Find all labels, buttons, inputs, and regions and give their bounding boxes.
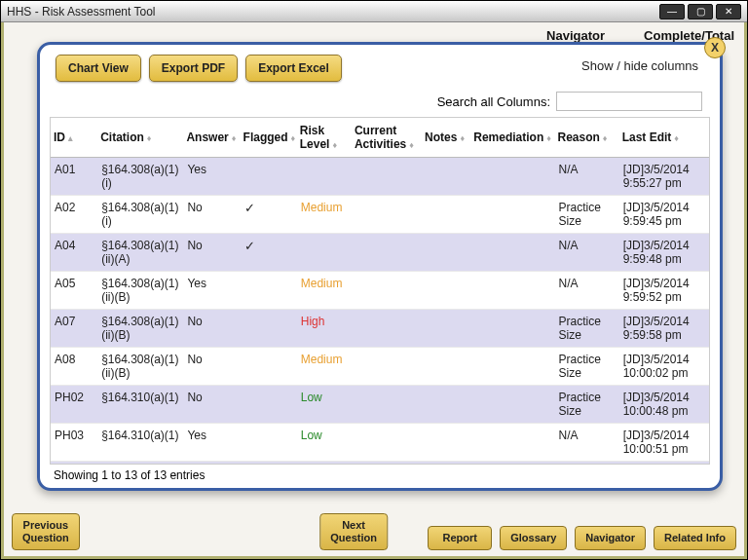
maximize-button[interactable]: ▢ [688, 4, 713, 19]
col-risk[interactable]: Risk Level♦ [297, 118, 352, 158]
cell-id: PH02 [51, 386, 97, 424]
cell-risk: Medium [297, 272, 352, 310]
cell-citation: §164.310(a) [97, 462, 183, 466]
cell-answer: Yes [183, 158, 240, 196]
related-info-button[interactable]: Related Info [654, 526, 736, 550]
cell-citation: §164.308(a)(1)(ii)(B) [97, 348, 183, 386]
col-id[interactable]: ID▴ [51, 118, 97, 158]
cell-reason: N/A [554, 424, 618, 462]
cell-remediation [470, 234, 554, 272]
cell-id: A07 [51, 310, 97, 348]
cell-last: [JD]3/5/2014 9:55:27 pm [619, 158, 709, 196]
cell-id: PH03 [51, 424, 97, 462]
cell-risk: Medium [297, 462, 352, 466]
bottom-bar: PreviousQuestion NextQuestion Report Glo… [12, 504, 736, 550]
table-row[interactable]: A08§164.308(a)(1)(ii)(B)NoMediumPractice… [51, 348, 709, 386]
export-excel-button[interactable]: Export Excel [245, 55, 342, 82]
cell-citation: §164.308(a)(1)(ii)(B) [97, 310, 183, 348]
table-row[interactable]: PH02§164.310(a)(1)NoLowPractice Size[JD]… [51, 386, 709, 424]
cell-flagged [241, 310, 297, 348]
col-last[interactable]: Last Edit♦ [619, 118, 709, 158]
table-row[interactable]: A02§164.308(a)(1)(i)NoMediumPractice Siz… [51, 196, 709, 234]
navigator-button[interactable]: Navigator [575, 526, 646, 550]
cell-flagged [241, 234, 297, 272]
table-row[interactable]: A01§164.308(a)(1)(i)YesN/A[JD]3/5/2014 9… [51, 158, 709, 196]
cell-last: [JD]3/5/2014 9:59:58 pm [619, 310, 709, 348]
search-row: Search all Columns: [50, 88, 710, 117]
col-remediation[interactable]: Remediation♦ [470, 118, 554, 158]
modal-close-button[interactable]: X [704, 37, 726, 58]
cell-activities [352, 196, 422, 234]
cell-flagged [241, 196, 297, 234]
cell-activities [352, 272, 422, 310]
next-question-button[interactable]: NextQuestion [319, 513, 388, 550]
titlebar: HHS - Risk Assessment Tool — ▢ ✕ [1, 1, 747, 22]
cell-notes [422, 272, 470, 310]
close-button[interactable]: ✕ [716, 4, 741, 19]
cell-risk: Medium [297, 196, 352, 234]
cell-flagged [241, 348, 297, 386]
cell-last: [JD]3/5/2014 [619, 462, 709, 466]
previous-question-button[interactable]: PreviousQuestion [12, 513, 80, 550]
window-title: HHS - Risk Assessment Tool [7, 5, 156, 19]
chart-view-button[interactable]: Chart View [56, 55, 141, 82]
cell-last: [JD]3/5/2014 9:59:52 pm [619, 272, 709, 310]
cell-citation: §164.308(a)(1)(ii)(A) [97, 234, 183, 272]
cell-flagged [241, 462, 297, 466]
col-notes[interactable]: Notes♦ [422, 118, 470, 158]
cell-activities [352, 462, 422, 466]
col-answer[interactable]: Answer♦ [183, 118, 240, 158]
cell-notes [422, 234, 470, 272]
cell-notes [422, 310, 470, 348]
cell-activities [352, 310, 422, 348]
cell-last: [JD]3/5/2014 10:00:48 pm [619, 386, 709, 424]
cell-activities [352, 348, 422, 386]
show-hide-columns-link[interactable]: Show / hide columns [576, 55, 704, 77]
cell-id: A01 [51, 158, 97, 196]
glossary-button[interactable]: Glossary [500, 526, 567, 550]
cell-answer: No [183, 234, 240, 272]
table-row[interactable]: PH04§164.310(a)NoMediumN/A[JD]3/5/2014 [51, 462, 709, 466]
table-row[interactable]: PH03§164.310(a)(1)YesLowN/A[JD]3/5/2014 … [51, 424, 709, 462]
report-button[interactable]: Report [428, 526, 492, 550]
search-input[interactable] [556, 92, 702, 111]
table-row[interactable]: A04§164.308(a)(1)(ii)(A)NoN/A[JD]3/5/201… [51, 234, 709, 272]
cell-reason: Practice Size [554, 310, 618, 348]
cell-answer: Yes [183, 272, 240, 310]
cell-reason: Practice Size [554, 386, 618, 424]
cell-notes [422, 348, 470, 386]
table-row[interactable]: A05§164.308(a)(1)(ii)(B)YesMediumN/A[JD]… [51, 272, 709, 310]
table-header-row: ID▴ Citation♦ Answer♦ Flagged♦ Risk Leve… [51, 118, 709, 158]
cell-risk: Low [297, 386, 352, 424]
modal-toolbar: Chart View Export PDF Export Excel Show … [50, 53, 710, 88]
cell-remediation [470, 424, 554, 462]
cell-id: PH04 [51, 462, 97, 466]
cell-activities [352, 234, 422, 272]
cell-answer: No [183, 310, 240, 348]
bg-navigator-label: Navigator [546, 28, 605, 43]
check-icon [244, 202, 255, 215]
cell-id: A04 [51, 234, 97, 272]
export-pdf-button[interactable]: Export PDF [149, 55, 238, 82]
cell-remediation [470, 158, 554, 196]
results-table: ID▴ Citation♦ Answer♦ Flagged♦ Risk Leve… [51, 118, 709, 465]
col-reason[interactable]: Reason♦ [554, 118, 618, 158]
cell-risk: Medium [297, 348, 352, 386]
cell-last: [JD]3/5/2014 10:00:02 pm [619, 348, 709, 386]
cell-reason: Practice Size [554, 348, 618, 386]
cell-notes [422, 462, 470, 466]
cell-reason: N/A [554, 158, 618, 196]
col-flagged[interactable]: Flagged♦ [241, 118, 297, 158]
col-citation[interactable]: Citation♦ [97, 118, 183, 158]
window-controls: — ▢ ✕ [659, 4, 741, 19]
cell-notes [422, 196, 470, 234]
cell-last: [JD]3/5/2014 9:59:48 pm [619, 234, 709, 272]
table-row[interactable]: A07§164.308(a)(1)(ii)(B)NoHighPractice S… [51, 310, 709, 348]
cell-id: A08 [51, 348, 97, 386]
col-activities[interactable]: Current Activities♦ [352, 118, 422, 158]
minimize-button[interactable]: — [659, 4, 685, 19]
results-modal: X Chart View Export PDF Export Excel Sho… [37, 42, 723, 491]
cell-citation: §164.308(a)(1)(i) [97, 196, 183, 234]
cell-last: [JD]3/5/2014 9:59:45 pm [619, 196, 709, 234]
results-table-wrap[interactable]: ID▴ Citation♦ Answer♦ Flagged♦ Risk Leve… [50, 117, 710, 465]
